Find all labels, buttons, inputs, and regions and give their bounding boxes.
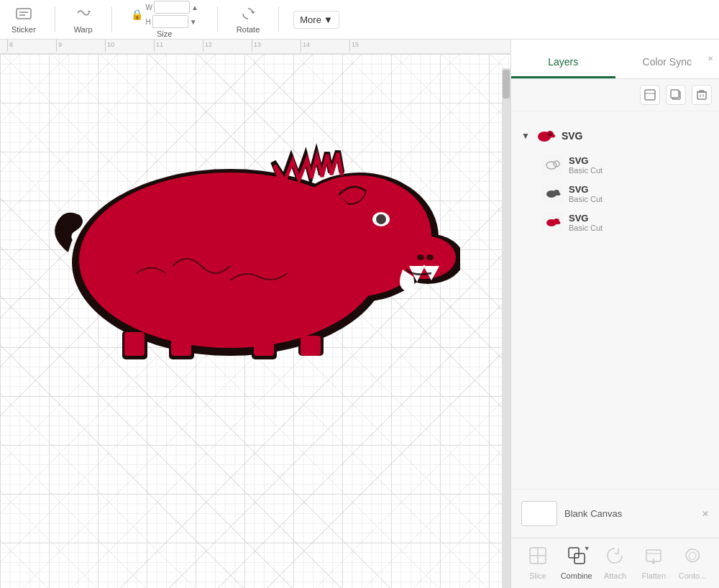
flatten-icon: [644, 546, 663, 569]
layers-group-button[interactable]: [640, 85, 660, 105]
warp-button[interactable]: Warp: [70, 3, 97, 37]
layer-item-3[interactable]: SVG Basic Cut: [540, 208, 712, 236]
down-arrow[interactable]: ▼: [190, 18, 197, 26]
more-button[interactable]: More ▼: [293, 11, 339, 29]
scrollbar-thumb[interactable]: [503, 70, 510, 98]
slice-icon: [528, 546, 547, 569]
size-inputs: W ▲ H ▼: [146, 1, 198, 28]
ruler-mark-14: 14: [301, 40, 349, 52]
layers-list: ▼ SVG: [511, 111, 719, 489]
layer-3-thumb: [543, 212, 563, 232]
layer-2-type: Basic Cut: [569, 195, 603, 203]
width-row: W ▲: [146, 1, 198, 14]
layer-1-info: SVG Basic Cut: [569, 155, 603, 175]
canvas-area[interactable]: 8 9 10 11 12 13 14 15: [0, 40, 510, 588]
panel-tabs: Layers Color Sync ✕: [511, 40, 719, 79]
blank-canvas-close-icon[interactable]: ✕: [702, 509, 709, 519]
blank-canvas-item[interactable]: Blank Canvas ✕: [518, 497, 712, 530]
contour-label: Conto...: [679, 571, 707, 580]
combine-dropdown-icon[interactable]: ▼: [584, 545, 590, 552]
attach-label: Attach: [604, 571, 626, 580]
layers-delete-button[interactable]: [692, 85, 712, 105]
width-label: W: [146, 4, 152, 12]
more-chevron-icon: ▼: [324, 14, 333, 25]
blank-canvas-label: Blank Canvas: [564, 508, 622, 519]
ruler-mark-9: 9: [56, 40, 105, 52]
top-toolbar: Sticker Warp 🔒 W ▲ H ▼ Size: [0, 0, 719, 40]
combine-button[interactable]: ▼ Combine: [559, 546, 595, 580]
slice-button[interactable]: Slice: [520, 546, 556, 580]
tab-color-sync-label: Color Sync: [643, 56, 692, 68]
svg-rect-16: [171, 336, 191, 356]
svg-rect-48: [574, 553, 585, 564]
contour-icon: [683, 546, 702, 569]
size-label: Size: [157, 29, 172, 38]
flatten-button[interactable]: Flatten: [636, 546, 672, 580]
group-thumb: [536, 126, 556, 146]
main-area: 8 9 10 11 12 13 14 15: [0, 40, 719, 588]
svg-rect-23: [645, 90, 655, 100]
svg-point-22: [426, 254, 434, 260]
svg-point-40: [557, 193, 561, 196]
right-panel: Layers Color Sync ✕ ▼: [510, 40, 719, 588]
layer-group-svg: ▼ SVG: [511, 119, 719, 239]
size-group: 🔒 W ▲ H ▼ Size: [127, 0, 203, 41]
warp-icon: [75, 6, 92, 24]
combine-label: Combine: [561, 571, 592, 580]
layer-1-thumb: [543, 155, 563, 175]
svg-rect-27: [697, 92, 706, 99]
layer-item-1[interactable]: SVG Basic Cut: [540, 150, 712, 179]
height-input[interactable]: [152, 15, 188, 28]
lock-icon: 🔒: [131, 9, 143, 20]
svg-point-20: [376, 214, 386, 224]
color-sync-close-icon[interactable]: ✕: [707, 55, 713, 63]
width-input[interactable]: [154, 1, 190, 14]
layers-duplicate-button[interactable]: [666, 85, 686, 105]
attach-button[interactable]: Attach: [597, 546, 633, 580]
panel-icon-bar: [511, 79, 719, 111]
svg-point-35: [548, 132, 552, 137]
tab-layers[interactable]: Layers: [511, 49, 615, 78]
hog-image[interactable]: [29, 111, 460, 363]
svg-rect-17: [254, 332, 274, 356]
more-label: More: [300, 14, 321, 25]
layer-3-info: SVG Basic Cut: [569, 213, 603, 232]
canvas-scrollbar[interactable]: [502, 68, 510, 588]
svg-point-43: [557, 221, 561, 224]
svg-rect-15: [124, 332, 145, 356]
sticker-button[interactable]: Sticker: [7, 3, 40, 37]
group-name: SVG: [562, 130, 583, 142]
tab-layers-label: Layers: [548, 56, 578, 68]
bottom-toolbar: Slice ▼ Combine: [511, 538, 719, 588]
svg-rect-29: [700, 91, 704, 92]
ruler-top: 8 9 10 11 12 13 14 15: [0, 40, 510, 54]
layer-2-name: SVG: [569, 184, 603, 195]
rotate-icon: [239, 6, 257, 24]
ruler-mark-12: 12: [203, 40, 252, 52]
ruler-marks: 8 9 10 11 12 13 14 15: [7, 40, 398, 52]
rotate-label: Rotate: [237, 25, 260, 34]
layer-group-header[interactable]: ▼ SVG: [518, 121, 712, 150]
layer-3-name: SVG: [569, 213, 603, 224]
ruler-mark-13: 13: [252, 40, 301, 52]
warp-label: Warp: [74, 25, 93, 34]
layer-item-2[interactable]: SVG Basic Cut: [540, 179, 712, 208]
svg-rect-47: [569, 548, 579, 558]
svg-marker-52: [651, 562, 656, 564]
canvas-grid[interactable]: [0, 54, 510, 588]
layer-2-info: SVG Basic Cut: [569, 184, 603, 203]
attach-icon: [605, 546, 624, 569]
layer-1-type: Basic Cut: [569, 166, 603, 175]
separator-3: [217, 6, 218, 32]
separator-1: [55, 6, 55, 32]
tab-color-sync[interactable]: Color Sync ✕: [615, 49, 720, 78]
svg-rect-26: [671, 90, 679, 98]
layer-children: SVG Basic Cut: [518, 150, 712, 236]
svg-rect-18: [301, 336, 321, 356]
blank-canvas-thumb: [521, 501, 557, 526]
up-arrow[interactable]: ▲: [191, 4, 198, 12]
layer-2-thumb: [543, 183, 563, 203]
contour-button[interactable]: Conto...: [674, 546, 710, 580]
flatten-label: Flatten: [641, 571, 666, 580]
rotate-button[interactable]: Rotate: [232, 3, 264, 37]
